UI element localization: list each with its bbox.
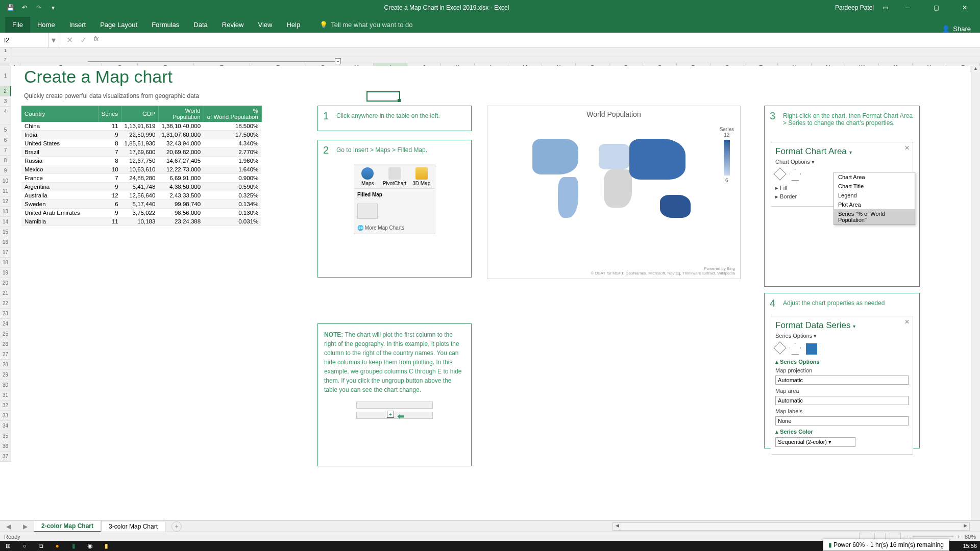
sheet-nav-prev-icon[interactable]: ◀	[0, 523, 17, 530]
row-header-9[interactable]: 9	[0, 166, 11, 176]
table-row[interactable]: United Arab Emirates93,75,02298,56,0000.…	[21, 209, 261, 217]
active-cell-indicator[interactable]	[366, 91, 400, 102]
table-cell[interactable]: 1,31,07,60,000	[158, 131, 204, 139]
dd-series[interactable]: Series "% of World Population"	[834, 209, 915, 224]
table-cell[interactable]: 8	[98, 139, 121, 148]
close-button[interactable]: ✕	[953, 0, 976, 15]
tab-home[interactable]: Home	[30, 17, 62, 33]
table-cell[interactable]: 10	[98, 165, 121, 174]
row-header-17[interactable]: 17	[0, 247, 11, 258]
table-cell[interactable]: 12	[98, 191, 121, 200]
row-header-3[interactable]: 3	[0, 96, 11, 107]
dd-chart-area[interactable]: Chart Area	[834, 172, 915, 182]
row-header-7[interactable]: 7	[0, 145, 11, 156]
table-cell[interactable]: 12,22,73,000	[158, 165, 204, 174]
table-cell[interactable]: 0.590%	[204, 183, 261, 191]
series-color-select[interactable]: Sequential (2-color) ▾	[775, 437, 855, 447]
table-cell[interactable]: India	[21, 131, 98, 139]
table-header[interactable]: %of World Population	[204, 106, 261, 122]
tab-view[interactable]: View	[251, 17, 279, 33]
row-header-22[interactable]: 22	[0, 298, 11, 309]
table-row[interactable]: Mexico1010,63,61012,22,73,0001.640%	[21, 165, 261, 174]
table-cell[interactable]: Australia	[21, 191, 98, 200]
table-cell[interactable]: 3,75,022	[121, 209, 159, 217]
table-header[interactable]: Series	[98, 106, 121, 122]
row-header-10[interactable]: 10	[0, 176, 11, 186]
table-cell[interactable]: Russia	[21, 157, 98, 165]
table-cell[interactable]: 98,56,000	[158, 209, 204, 217]
zoom-level[interactable]: 80%	[965, 534, 976, 540]
row-header-29[interactable]: 29	[0, 370, 11, 380]
zoom-slider[interactable]	[913, 536, 953, 537]
enter-formula-icon[interactable]: ✓	[80, 35, 87, 45]
format-area-close-icon[interactable]: ✕	[904, 144, 910, 152]
table-cell[interactable]: 9	[98, 183, 121, 191]
dd-plot-area[interactable]: Plot Area	[834, 200, 915, 209]
row-header-35[interactable]: 35	[0, 431, 11, 441]
tab-page-layout[interactable]: Page Layout	[93, 17, 144, 33]
maximize-button[interactable]: ▢	[925, 0, 947, 15]
row-header-13[interactable]: 13	[0, 207, 11, 217]
table-cell[interactable]: 17.500%	[204, 131, 261, 139]
excel-taskbar-icon[interactable]: ▮	[68, 542, 79, 550]
row-header-18[interactable]: 18	[0, 258, 11, 268]
save-icon[interactable]: 💾	[5, 3, 15, 13]
row-header-2[interactable]: 2	[0, 86, 11, 96]
table-cell[interactable]: 1,13,91,619	[121, 122, 159, 131]
outline-collapse-button[interactable]: −	[335, 58, 341, 64]
hscroll-left-icon[interactable]: ◀	[613, 523, 621, 530]
firefox-icon[interactable]: ●	[52, 542, 62, 550]
cancel-formula-icon[interactable]: ✕	[66, 35, 73, 45]
table-cell[interactable]: 7	[98, 174, 121, 183]
row-header-19[interactable]: 19	[0, 268, 11, 278]
fill-line-icon[interactable]	[773, 167, 786, 180]
table-cell[interactable]: 2.770%	[204, 148, 261, 157]
ribbon-options-icon[interactable]: ▭	[880, 3, 890, 13]
table-cell[interactable]: 32,43,94,000	[158, 139, 204, 148]
row-header-12[interactable]: 12	[0, 196, 11, 207]
row-header-5[interactable]: 5	[0, 125, 11, 135]
row-header-27[interactable]: 27	[0, 349, 11, 360]
tab-data[interactable]: Data	[186, 17, 214, 33]
zoom-in-button[interactable]: +	[958, 534, 961, 540]
table-cell[interactable]: 1,38,10,40,000	[158, 122, 204, 131]
fx-icon[interactable]: fx	[94, 35, 99, 45]
row-header-8[interactable]: 8	[0, 156, 11, 166]
dd-chart-title[interactable]: Chart Title	[834, 182, 915, 191]
scroll-up-icon[interactable]: ▲	[971, 66, 980, 74]
formula-input[interactable]	[106, 33, 980, 47]
row-header-26[interactable]: 26	[0, 339, 11, 349]
row-header-36[interactable]: 36	[0, 441, 11, 452]
table-cell[interactable]: 20,69,82,000	[158, 148, 204, 157]
row-header-21[interactable]: 21	[0, 288, 11, 298]
row-header-28[interactable]: 28	[0, 360, 11, 370]
row-header-20[interactable]: 20	[0, 278, 11, 288]
table-cell[interactable]: 0.134%	[204, 200, 261, 209]
table-cell[interactable]: 1,85,61,930	[121, 139, 159, 148]
table-cell[interactable]: 1.960%	[204, 157, 261, 165]
series-options-header[interactable]: ▴ Series Options	[775, 359, 909, 365]
table-header[interactable]: Country	[21, 106, 98, 122]
row-header-30[interactable]: 30	[0, 380, 11, 390]
cortana-icon[interactable]: ○	[19, 542, 30, 550]
table-cell[interactable]: 9	[98, 131, 121, 139]
name-box[interactable]: I2	[0, 33, 48, 47]
tab-formulas[interactable]: Formulas	[144, 17, 186, 33]
world-population-chart[interactable]: World Population Series 12 6 Powered by …	[487, 106, 741, 279]
row-header-33[interactable]: 33	[0, 411, 11, 421]
tab-file[interactable]: File	[5, 17, 30, 33]
tab-help[interactable]: Help	[279, 17, 307, 33]
row-header-34[interactable]: 34	[0, 421, 11, 431]
undo-icon[interactable]: ↶	[19, 3, 30, 13]
table-cell[interactable]: 10,63,610	[121, 165, 159, 174]
sheet-tab-2color[interactable]: 2-color Map Chart	[34, 520, 101, 532]
task-view-icon[interactable]: ⧉	[36, 542, 46, 550]
table-cell[interactable]: 6,69,91,000	[158, 174, 204, 183]
table-cell[interactable]: United Arab Emirates	[21, 209, 98, 217]
chrome-icon[interactable]: ◉	[85, 542, 95, 550]
series-fill-icon[interactable]	[773, 341, 786, 354]
dd-legend[interactable]: Legend	[834, 191, 915, 200]
outline-level-2[interactable]: 2	[0, 57, 11, 63]
table-cell[interactable]: 0.325%	[204, 191, 261, 200]
outline-level-1[interactable]: 1	[0, 48, 11, 57]
